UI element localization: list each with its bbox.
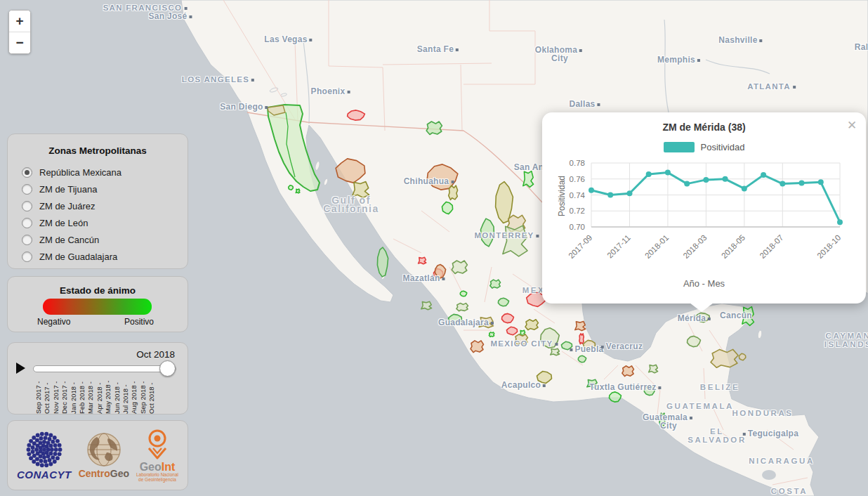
map-zone[interactable] (644, 386, 655, 395)
data-point[interactable] (780, 181, 785, 187)
map-zone[interactable] (289, 185, 294, 190)
data-point[interactable] (837, 219, 843, 225)
data-point[interactable] (799, 180, 805, 185)
map-zone[interactable] (537, 372, 552, 384)
data-point[interactable] (818, 179, 824, 185)
slider-tick-label: Feb 2018 - (78, 379, 86, 414)
map-zone[interactable] (579, 334, 584, 344)
radio-button[interactable] (22, 235, 32, 245)
y-tick-label: 0.74 (570, 191, 586, 200)
map-zone[interactable] (419, 257, 426, 264)
map-zone[interactable] (449, 185, 458, 200)
zoom-out-button[interactable]: − (9, 32, 30, 53)
map-zone[interactable] (551, 348, 560, 355)
zone-option-zm-de-canc-n[interactable]: ZM de Cancún (22, 235, 188, 245)
map-zone[interactable] (584, 340, 596, 349)
chart-legend: Positividad (542, 142, 866, 152)
map-zone[interactable] (502, 313, 514, 322)
map-zone[interactable] (490, 280, 501, 288)
data-point[interactable] (627, 190, 633, 196)
data-point[interactable] (646, 171, 652, 177)
map-zone[interactable] (471, 341, 484, 353)
map-zone[interactable] (587, 379, 598, 387)
map-zone[interactable] (449, 314, 462, 323)
time-slider-track[interactable] (33, 365, 176, 372)
slider-tick-label: Jun 2018 - (113, 379, 121, 414)
data-point[interactable] (665, 170, 671, 176)
map-zone[interactable] (456, 304, 468, 311)
data-point[interactable] (607, 192, 613, 198)
map-zone[interactable] (739, 353, 746, 360)
play-button[interactable] (15, 361, 27, 375)
x-tick-label: 2018-05 (720, 233, 747, 260)
radio-button[interactable] (22, 167, 32, 178)
map-zone[interactable] (688, 336, 701, 346)
map-zone[interactable] (426, 122, 442, 135)
map-zone[interactable] (452, 261, 467, 274)
map-zone[interactable] (427, 164, 458, 190)
map-zone[interactable] (649, 365, 658, 372)
map-zone[interactable] (348, 110, 365, 120)
map-zone[interactable] (575, 321, 586, 330)
map-zone[interactable] (352, 182, 369, 198)
zone-option-label: ZM de Cancún (39, 235, 99, 245)
map-zone[interactable] (742, 307, 754, 326)
zone-option-rep-blica-mexicana[interactable]: República Mexicana (22, 167, 188, 178)
map-zone[interactable] (268, 105, 320, 191)
map-zone[interactable] (421, 301, 432, 309)
zone-option-zm-de-tijuana[interactable]: ZM de Tijuana (22, 184, 188, 195)
map-zone[interactable] (481, 218, 494, 247)
y-tick-label: 0.70 (570, 223, 585, 231)
map-zone[interactable] (610, 392, 622, 402)
map-zone[interactable] (479, 317, 493, 327)
map-zone[interactable] (695, 313, 710, 322)
map-zone[interactable] (489, 332, 494, 337)
radio-button[interactable] (22, 201, 32, 211)
zone-option-zm-de-ju-rez[interactable]: ZM de Juárez (22, 201, 188, 211)
gradient-labels: Negativo Positivo (37, 317, 154, 327)
centrogeo-wordmark: CentroGeo (79, 468, 129, 479)
map-zone[interactable] (561, 341, 572, 349)
data-point[interactable] (588, 188, 594, 193)
slider-tick-label: Apr 2018 - (96, 379, 103, 414)
data-point[interactable] (703, 177, 709, 183)
mood-panel: Estado de ánimo Negativo Positivo (7, 276, 188, 332)
map-zone[interactable] (578, 355, 586, 363)
zoom-in-button[interactable]: + (9, 11, 30, 32)
map-zone[interactable] (435, 265, 445, 278)
map-zone[interactable] (515, 334, 528, 345)
play-icon (16, 363, 25, 374)
radio-button[interactable] (22, 184, 32, 195)
x-tick-label: 2018-10 (815, 233, 842, 260)
y-tick-label: 0.72 (570, 207, 585, 215)
map-zone[interactable] (541, 328, 560, 348)
zones-panel: Zonas Metropolitanas República MexicanaZ… (7, 133, 188, 269)
time-slider-knob[interactable] (159, 360, 176, 377)
chart-canvas[interactable]: 0.700.720.740.760.782017-092017-112018-0… (546, 155, 866, 277)
map-zone[interactable] (622, 366, 634, 377)
zone-option-zm-de-guadalajara[interactable]: ZM de Guadalajara (22, 252, 188, 262)
map-zone[interactable] (503, 226, 527, 256)
map-zone[interactable] (659, 413, 665, 426)
slider-tick-label: May 2018 - (104, 379, 112, 414)
map-zone[interactable] (336, 159, 365, 183)
globe-icon (86, 431, 122, 468)
map-zone[interactable] (460, 291, 467, 296)
map-zone[interactable] (377, 247, 388, 277)
map-zone[interactable] (523, 171, 534, 188)
data-point[interactable] (723, 176, 728, 182)
data-point[interactable] (684, 181, 690, 187)
map-zone[interactable] (506, 327, 517, 334)
data-point[interactable] (761, 172, 766, 178)
geoint-logo: GeoInt Laboratorio Nacionalde Geointelig… (136, 429, 178, 482)
radio-button[interactable] (22, 218, 32, 228)
data-point[interactable] (742, 185, 747, 191)
zone-option-zm-de-le-n[interactable]: ZM de León (22, 218, 188, 228)
map-zone[interactable] (711, 349, 738, 367)
chart-popup: ✕ ZM de Mérida (38) Positividad Positivi… (542, 112, 866, 304)
map-zone[interactable] (498, 298, 508, 306)
map-zone[interactable] (296, 189, 300, 193)
radio-button[interactable] (22, 252, 32, 262)
map-zone[interactable] (442, 202, 452, 214)
map-zone[interactable] (525, 320, 539, 330)
